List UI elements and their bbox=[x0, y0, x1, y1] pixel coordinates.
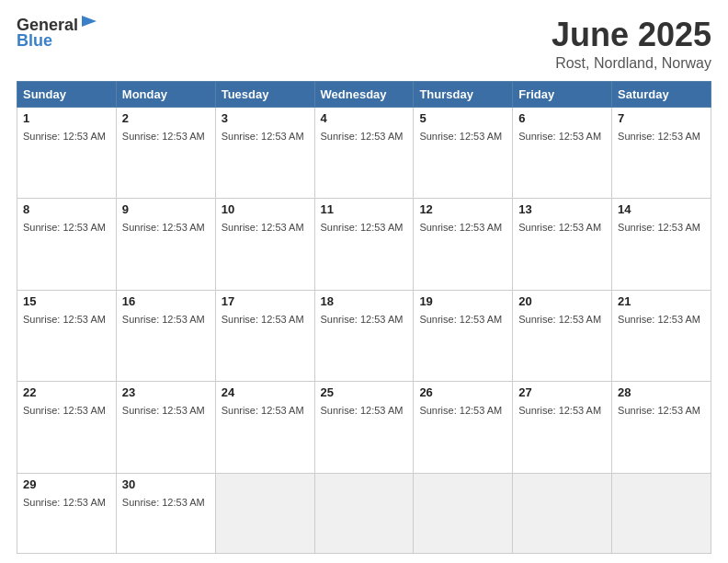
table-row: 29Sunrise: 12:53 AM bbox=[17, 474, 117, 554]
logo: General Blue bbox=[17, 17, 98, 51]
table-row: 26Sunrise: 12:53 AM bbox=[414, 382, 513, 474]
table-row: 14Sunrise: 12:53 AM bbox=[612, 199, 711, 291]
table-row: 8Sunrise: 12:53 AM bbox=[17, 199, 117, 291]
table-row: 22Sunrise: 12:53 AM bbox=[17, 382, 117, 474]
day-number: 4 bbox=[321, 111, 408, 125]
day-number: 27 bbox=[518, 385, 606, 399]
day-number: 3 bbox=[222, 111, 309, 125]
table-row: 7Sunrise: 12:53 AM bbox=[612, 107, 711, 199]
calendar-week-row: 22Sunrise: 12:53 AM23Sunrise: 12:53 AM24… bbox=[17, 382, 711, 474]
svg-marker-0 bbox=[82, 16, 97, 27]
day-number: 14 bbox=[618, 202, 705, 216]
calendar-week-row: 29Sunrise: 12:53 AM30Sunrise: 12:53 AM bbox=[17, 474, 711, 554]
calendar-week-row: 15Sunrise: 12:53 AM16Sunrise: 12:53 AM17… bbox=[17, 290, 711, 382]
table-row bbox=[513, 474, 612, 554]
day-number: 9 bbox=[122, 202, 210, 216]
sunrise-info: Sunrise: 12:53 AM bbox=[321, 131, 404, 142]
col-sunday: Sunday bbox=[17, 81, 117, 107]
sunrise-info: Sunrise: 12:53 AM bbox=[122, 314, 205, 325]
day-number: 7 bbox=[618, 111, 705, 125]
table-row: 2Sunrise: 12:53 AM bbox=[116, 107, 215, 199]
day-number: 8 bbox=[23, 202, 110, 216]
table-row: 25Sunrise: 12:53 AM bbox=[314, 382, 414, 474]
table-row: 13Sunrise: 12:53 AM bbox=[513, 199, 612, 291]
sunrise-info: Sunrise: 12:53 AM bbox=[518, 405, 601, 416]
table-row: 12Sunrise: 12:53 AM bbox=[414, 199, 513, 291]
table-row bbox=[314, 474, 414, 554]
day-number: 26 bbox=[419, 385, 506, 399]
table-row: 20Sunrise: 12:53 AM bbox=[513, 290, 612, 382]
table-row: 19Sunrise: 12:53 AM bbox=[414, 290, 513, 382]
day-number: 1 bbox=[23, 111, 110, 125]
col-thursday: Thursday bbox=[414, 81, 513, 107]
table-row: 27Sunrise: 12:53 AM bbox=[513, 382, 612, 474]
day-number: 2 bbox=[122, 111, 210, 125]
day-number: 10 bbox=[222, 202, 309, 216]
sunrise-info: Sunrise: 12:53 AM bbox=[618, 314, 700, 325]
table-row: 16Sunrise: 12:53 AM bbox=[116, 290, 215, 382]
col-tuesday: Tuesday bbox=[215, 81, 314, 107]
table-row: 3Sunrise: 12:53 AM bbox=[215, 107, 314, 199]
calendar-header-row: Sunday Monday Tuesday Wednesday Thursday… bbox=[17, 81, 711, 107]
day-number: 17 bbox=[222, 294, 309, 308]
day-number: 19 bbox=[419, 294, 506, 308]
logo-flag-icon bbox=[80, 14, 98, 32]
day-number: 20 bbox=[518, 294, 606, 308]
col-saturday: Saturday bbox=[612, 81, 711, 107]
sunrise-info: Sunrise: 12:53 AM bbox=[518, 222, 601, 233]
table-row: 21Sunrise: 12:53 AM bbox=[612, 290, 711, 382]
day-number: 5 bbox=[419, 111, 506, 125]
col-monday: Monday bbox=[116, 81, 215, 107]
table-row: 30Sunrise: 12:53 AM bbox=[116, 474, 215, 554]
sunrise-info: Sunrise: 12:53 AM bbox=[122, 405, 205, 416]
day-number: 18 bbox=[321, 294, 408, 308]
table-row: 11Sunrise: 12:53 AM bbox=[314, 199, 414, 291]
sunrise-info: Sunrise: 12:53 AM bbox=[122, 131, 205, 142]
day-number: 23 bbox=[122, 385, 210, 399]
calendar-week-row: 1Sunrise: 12:53 AM2Sunrise: 12:53 AM3Sun… bbox=[17, 107, 711, 199]
col-wednesday: Wednesday bbox=[314, 81, 414, 107]
day-number: 15 bbox=[23, 294, 110, 308]
table-row: 18Sunrise: 12:53 AM bbox=[314, 290, 414, 382]
table-row: 4Sunrise: 12:53 AM bbox=[314, 107, 414, 199]
header: General Blue June 2025 Rost, Nordland, N… bbox=[17, 17, 711, 72]
day-number: 16 bbox=[122, 294, 210, 308]
sunrise-info: Sunrise: 12:53 AM bbox=[419, 314, 502, 325]
sunrise-info: Sunrise: 12:53 AM bbox=[321, 314, 404, 325]
sunrise-info: Sunrise: 12:53 AM bbox=[23, 222, 106, 233]
sunrise-info: Sunrise: 12:53 AM bbox=[222, 131, 304, 142]
col-friday: Friday bbox=[513, 81, 612, 107]
sunrise-info: Sunrise: 12:53 AM bbox=[222, 222, 304, 233]
table-row: 10Sunrise: 12:53 AM bbox=[215, 199, 314, 291]
title-area: June 2025 Rost, Nordland, Norway bbox=[552, 17, 711, 72]
calendar-week-row: 8Sunrise: 12:53 AM9Sunrise: 12:53 AM10Su… bbox=[17, 199, 711, 291]
location-title: Rost, Nordland, Norway bbox=[552, 55, 711, 72]
table-row: 9Sunrise: 12:53 AM bbox=[116, 199, 215, 291]
sunrise-info: Sunrise: 12:53 AM bbox=[618, 222, 700, 233]
sunrise-info: Sunrise: 12:53 AM bbox=[419, 131, 502, 142]
sunrise-info: Sunrise: 12:53 AM bbox=[23, 497, 106, 508]
table-row: 24Sunrise: 12:53 AM bbox=[215, 382, 314, 474]
sunrise-info: Sunrise: 12:53 AM bbox=[419, 222, 502, 233]
table-row: 15Sunrise: 12:53 AM bbox=[17, 290, 117, 382]
sunrise-info: Sunrise: 12:53 AM bbox=[518, 131, 601, 142]
calendar-table: Sunday Monday Tuesday Wednesday Thursday… bbox=[17, 81, 711, 554]
sunrise-info: Sunrise: 12:53 AM bbox=[122, 222, 205, 233]
sunrise-info: Sunrise: 12:53 AM bbox=[419, 405, 502, 416]
sunrise-info: Sunrise: 12:53 AM bbox=[618, 131, 700, 142]
day-number: 30 bbox=[122, 477, 210, 491]
table-row: 28Sunrise: 12:53 AM bbox=[612, 382, 711, 474]
day-number: 29 bbox=[23, 477, 110, 491]
sunrise-info: Sunrise: 12:53 AM bbox=[618, 405, 700, 416]
table-row bbox=[612, 474, 711, 554]
page: General Blue June 2025 Rost, Nordland, N… bbox=[0, 0, 728, 563]
sunrise-info: Sunrise: 12:53 AM bbox=[23, 314, 106, 325]
month-title: June 2025 bbox=[552, 17, 711, 53]
day-number: 6 bbox=[518, 111, 606, 125]
table-row: 5Sunrise: 12:53 AM bbox=[414, 107, 513, 199]
table-row: 17Sunrise: 12:53 AM bbox=[215, 290, 314, 382]
sunrise-info: Sunrise: 12:53 AM bbox=[321, 222, 404, 233]
sunrise-info: Sunrise: 12:53 AM bbox=[518, 314, 601, 325]
sunrise-info: Sunrise: 12:53 AM bbox=[222, 314, 304, 325]
sunrise-info: Sunrise: 12:53 AM bbox=[222, 405, 304, 416]
